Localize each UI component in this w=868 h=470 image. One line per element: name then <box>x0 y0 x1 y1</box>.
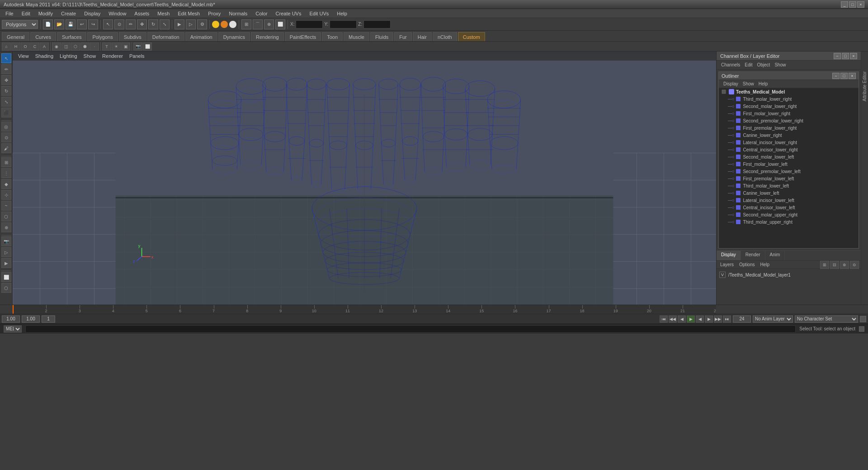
outliner-item[interactable]: —○ First_molar_lower_right <box>719 110 859 117</box>
y-coord-input[interactable] <box>330 20 357 28</box>
x-coord-input[interactable] <box>296 20 323 28</box>
maximize-button[interactable]: □ <box>849 1 856 8</box>
shadows-button[interactable]: ▣ <box>121 42 130 51</box>
outliner-max-button[interactable]: □ <box>840 73 848 79</box>
tab-rendering[interactable]: Rendering <box>251 32 284 41</box>
vp-show-menu[interactable]: Show <box>81 52 99 60</box>
vp-renderer-menu[interactable]: Renderer <box>99 52 126 60</box>
cb-show-menu[interactable]: Show <box>773 62 788 68</box>
help-line-button[interactable] <box>859 326 864 332</box>
next-frame-button[interactable]: ▶ <box>705 315 713 323</box>
select-tool-button[interactable]: ↖ <box>103 19 113 29</box>
bind-skin-button[interactable]: ⬡ <box>1 212 11 221</box>
lasso-button[interactable]: ⊙ <box>114 19 124 29</box>
last-tool-left[interactable]: ⬛ <box>1 108 11 118</box>
undo-button[interactable]: ↩ <box>77 19 87 29</box>
move-button[interactable]: ✥ <box>137 19 147 29</box>
shading-flat-button[interactable]: ◫ <box>61 42 71 51</box>
menu-edit-mesh[interactable]: Edit Mesh <box>174 10 203 17</box>
menu-file[interactable]: File <box>2 10 17 17</box>
tab-fluids[interactable]: Fluids <box>370 32 393 41</box>
outliner-minimize-button[interactable]: − <box>832 73 840 79</box>
close-button[interactable]: × <box>857 1 864 8</box>
mode-selector[interactable]: Polygons <box>2 20 38 29</box>
outliner-content[interactable]: Teeths_Medical_Model —○ Third_molar_lowe… <box>719 88 859 248</box>
outliner-item[interactable]: —○ First_premolar_lower_right <box>719 124 859 132</box>
save-button[interactable]: 💾 <box>66 19 75 29</box>
tab-curves[interactable]: Curves <box>30 32 56 41</box>
tab-custom[interactable]: Custom <box>458 32 485 41</box>
texture-button[interactable]: T <box>102 42 111 51</box>
open-button[interactable]: 📂 <box>54 19 64 29</box>
layer-btn-1[interactable]: ⊞ <box>820 261 829 269</box>
menu-modify[interactable]: Modify <box>35 10 57 17</box>
menu-normals[interactable]: Normals <box>225 10 251 17</box>
play-back-button[interactable]: ◀ <box>696 315 704 323</box>
z-coord-input[interactable] <box>363 20 391 28</box>
menu-create-uvs[interactable]: Create UVs <box>272 10 305 17</box>
outliner-item[interactable]: —○ Lateral_incisor_lower_left <box>719 197 859 204</box>
layer-btn-4[interactable]: ⊖ <box>850 261 859 269</box>
ik-button[interactable]: ~ <box>1 201 11 211</box>
points-button[interactable]: · <box>90 42 99 51</box>
current-frame-input[interactable] <box>42 315 55 323</box>
out-show-menu[interactable]: Show <box>741 81 756 87</box>
go-start-button[interactable]: ⏮ <box>660 315 668 323</box>
tab-general[interactable]: General <box>2 32 29 41</box>
menu-window[interactable]: Window <box>105 10 130 17</box>
anim-layer-select[interactable]: No Anim Layer <box>753 315 793 323</box>
shading-smooth-button[interactable]: ◉ <box>52 42 61 51</box>
home-view-button[interactable]: ⌂ <box>2 42 11 51</box>
show-manipulator-button[interactable]: ⊞ <box>1 157 11 167</box>
joint-button[interactable]: ⊹ <box>1 190 11 200</box>
go-end-button[interactable]: ⏭ <box>723 315 731 323</box>
layer-tab-render[interactable]: Render <box>741 251 765 260</box>
outliner-item[interactable]: Teeths_Medical_Model <box>719 88 859 95</box>
menu-help[interactable]: Help <box>333 10 351 17</box>
tab-animation[interactable]: Animation <box>185 32 217 41</box>
outliner-item[interactable]: —○ First_premolar_lower_left <box>719 175 859 182</box>
layer-sub-help[interactable]: Help <box>758 262 771 268</box>
snap-curve-button[interactable]: ⌒ <box>253 19 263 29</box>
tab-polygons[interactable]: Polygons <box>87 32 118 41</box>
wireframe-button[interactable]: ⬡ <box>71 42 80 51</box>
layer-btn-2[interactable]: ⊟ <box>830 261 839 269</box>
paint-weights-button[interactable]: 🖌 <box>1 143 11 153</box>
snap-point-button[interactable]: ⊕ <box>264 19 274 29</box>
outliner-item[interactable]: —○ Third_molar_lower_left <box>719 182 859 189</box>
select-tool-left[interactable]: ↖ <box>1 53 11 63</box>
paint-tool-left[interactable]: ✏ <box>1 64 11 74</box>
tab-ncloth[interactable]: nCloth <box>433 32 457 41</box>
snap-surface-button[interactable]: ⬜ <box>275 19 285 29</box>
out-help-menu[interactable]: Help <box>757 81 770 87</box>
outliner-item[interactable]: —○ Second_molar_lower_left <box>719 153 859 160</box>
resolution-gate-button[interactable]: ⬜ <box>143 42 152 51</box>
range-end-input[interactable] <box>22 315 40 323</box>
sculpt-button[interactable]: ⊙ <box>1 132 11 142</box>
outliner-item[interactable]: —○ Third_molar_upper_right <box>719 218 859 226</box>
minimize-button[interactable]: _ <box>841 1 848 8</box>
vp-panels-menu[interactable]: Panels <box>127 52 147 60</box>
vp-lighting-menu[interactable]: Lighting <box>57 52 80 60</box>
play-forward-button[interactable]: ▶ <box>687 315 695 323</box>
snap-grid-button[interactable]: ⊞ <box>241 19 251 29</box>
panel-minimize-button[interactable]: − <box>834 53 841 59</box>
move-tool-left[interactable]: ✥ <box>1 75 11 85</box>
panel-close-button[interactable]: × <box>850 53 857 59</box>
outliner-item[interactable]: —○ Central_incisor_lower_left <box>719 204 859 211</box>
tab-dynamics[interactable]: Dynamics <box>218 32 250 41</box>
cb-object-menu[interactable]: Object <box>755 62 772 68</box>
rotate-button[interactable]: ↻ <box>148 19 158 29</box>
menu-proxy[interactable]: Proxy <box>204 10 224 17</box>
tab-deformation[interactable]: Deformation <box>147 32 184 41</box>
render-settings-button[interactable]: ⚙ <box>197 19 207 29</box>
wireframe-on-shaded-button[interactable]: ⬢ <box>80 42 90 51</box>
vp-view-menu[interactable]: View <box>15 52 32 60</box>
menu-mesh[interactable]: Mesh <box>154 10 173 17</box>
layer-sub-options[interactable]: Options <box>737 262 756 268</box>
tab-muscle[interactable]: Muscle <box>344 32 369 41</box>
lattice-button[interactable]: ⋮ <box>1 168 11 178</box>
tab-subdivs[interactable]: Subdivs <box>119 32 146 41</box>
select-by-object-button[interactable]: O <box>21 42 30 51</box>
render-region-button[interactable]: ▷ <box>1 247 11 257</box>
